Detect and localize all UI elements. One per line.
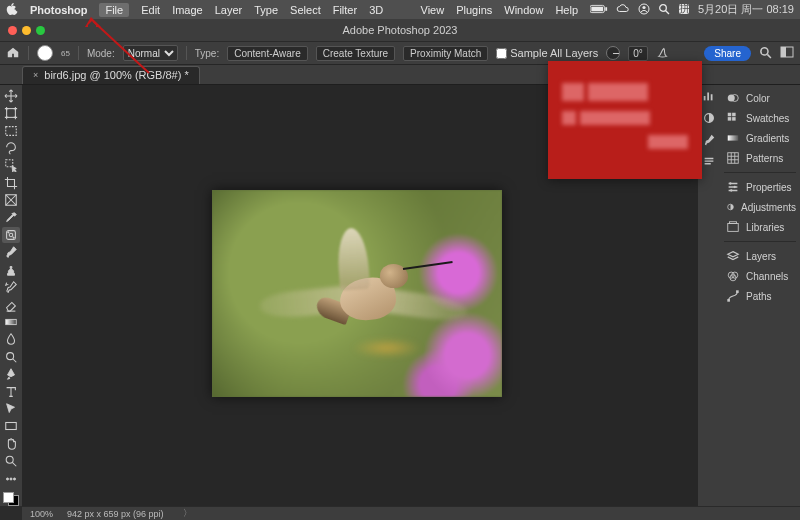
crop-tool[interactable] bbox=[2, 175, 20, 190]
svg-rect-54 bbox=[736, 290, 739, 293]
clone-stamp-tool[interactable] bbox=[2, 262, 20, 277]
path-select-tool[interactable] bbox=[2, 401, 20, 416]
lasso-tool[interactable] bbox=[2, 140, 20, 155]
angle-field[interactable]: 0° bbox=[628, 46, 648, 61]
zoom-window-button[interactable] bbox=[36, 26, 45, 35]
panel-layers[interactable]: Layers bbox=[724, 247, 796, 265]
panel-libraries[interactable]: Libraries bbox=[724, 218, 796, 236]
menu-window[interactable]: Window bbox=[504, 4, 543, 16]
angle-icon[interactable] bbox=[606, 46, 620, 60]
menu-help[interactable]: Help bbox=[555, 4, 578, 16]
red-overlay-panel bbox=[548, 61, 702, 179]
status-flyout[interactable]: 〉 bbox=[178, 507, 198, 520]
svg-rect-1 bbox=[591, 6, 603, 11]
panel-paths[interactable]: Paths bbox=[724, 287, 796, 305]
menu-plugins[interactable]: Plugins bbox=[456, 4, 492, 16]
document-tab[interactable]: × bird6.jpg @ 100% (RGB/8#) * bbox=[22, 66, 200, 84]
edit-toolbar[interactable] bbox=[2, 471, 20, 486]
rectangle-tool[interactable] bbox=[2, 419, 20, 434]
apple-menu[interactable] bbox=[6, 3, 18, 17]
panel-adjustments[interactable]: Adjustments bbox=[724, 198, 796, 216]
close-window-button[interactable] bbox=[8, 26, 17, 35]
brush-tool[interactable] bbox=[2, 245, 20, 260]
svg-point-5 bbox=[660, 4, 667, 11]
svg-text:拼: 拼 bbox=[679, 3, 690, 14]
close-tab-icon[interactable]: × bbox=[33, 70, 38, 80]
minimize-window-button[interactable] bbox=[22, 26, 31, 35]
ime-icon[interactable]: 拼 bbox=[678, 3, 690, 17]
panel-properties[interactable]: Properties bbox=[724, 178, 796, 196]
frame-tool[interactable] bbox=[2, 192, 20, 207]
svg-line-25 bbox=[13, 359, 17, 363]
panel-label: Adjustments bbox=[741, 202, 796, 213]
adjust-icon[interactable] bbox=[700, 109, 718, 127]
panel-color[interactable]: Color bbox=[724, 89, 796, 107]
paragraph-icon[interactable] bbox=[700, 153, 718, 171]
panel-label: Patterns bbox=[746, 153, 783, 164]
panel-patterns[interactable]: Patterns bbox=[724, 149, 796, 167]
menu-filter[interactable]: Filter bbox=[333, 4, 357, 16]
object-select-tool[interactable] bbox=[2, 158, 20, 173]
svg-line-10 bbox=[767, 54, 771, 58]
move-tool[interactable] bbox=[2, 88, 20, 103]
svg-point-22 bbox=[13, 237, 14, 238]
rect-marquee-tool[interactable] bbox=[2, 123, 20, 138]
zoom-tool[interactable] bbox=[2, 454, 20, 469]
artboard-tool[interactable] bbox=[2, 105, 20, 120]
menu-select[interactable]: Select bbox=[290, 4, 321, 16]
eyedropper-tool[interactable] bbox=[2, 210, 20, 225]
workspace-button[interactable] bbox=[780, 46, 794, 60]
brush-size-value[interactable]: 65 bbox=[61, 49, 70, 58]
panel-channels[interactable]: Channels bbox=[724, 267, 796, 285]
menu-layer[interactable]: Layer bbox=[215, 4, 243, 16]
foreground-background-colors[interactable] bbox=[3, 492, 19, 506]
menu-edit[interactable]: Edit bbox=[141, 4, 160, 16]
type-proximity-match-button[interactable]: Proximity Match bbox=[403, 46, 488, 61]
spotlight-icon[interactable] bbox=[658, 3, 670, 17]
menu-image[interactable]: Image bbox=[172, 4, 203, 16]
app-menu-photoshop[interactable]: Photoshop bbox=[30, 4, 87, 16]
battery-icon bbox=[590, 4, 608, 16]
history-brush-tool[interactable] bbox=[2, 279, 20, 294]
pressure-icon[interactable] bbox=[656, 45, 670, 61]
type-content-aware-button[interactable]: Content-Aware bbox=[227, 46, 308, 61]
hand-tool[interactable] bbox=[2, 436, 20, 451]
sample-all-layers-checkbox[interactable]: Sample All Layers bbox=[496, 47, 598, 59]
brush-preset-icon[interactable] bbox=[700, 131, 718, 149]
search-button[interactable] bbox=[759, 46, 772, 61]
menu-file[interactable]: File bbox=[99, 3, 129, 17]
eraser-tool[interactable] bbox=[2, 297, 20, 312]
panel-gradients[interactable]: Gradients bbox=[724, 129, 796, 147]
user-icon bbox=[638, 3, 650, 17]
share-button[interactable]: Share bbox=[704, 46, 751, 61]
spot-heal-tool[interactable] bbox=[2, 227, 20, 242]
histogram-icon[interactable] bbox=[700, 87, 718, 105]
svg-rect-2 bbox=[605, 7, 607, 11]
menu-3d[interactable]: 3D bbox=[369, 4, 383, 16]
svg-point-24 bbox=[7, 352, 14, 359]
home-button[interactable] bbox=[6, 45, 20, 61]
type-create-texture-button[interactable]: Create Texture bbox=[316, 46, 395, 61]
status-zoom[interactable]: 100% bbox=[30, 509, 53, 519]
blur-tool[interactable] bbox=[2, 332, 20, 347]
type-tool[interactable] bbox=[2, 384, 20, 399]
svg-rect-33 bbox=[707, 93, 709, 101]
menu-view[interactable]: View bbox=[421, 4, 445, 16]
window-traffic-lights[interactable] bbox=[0, 26, 45, 35]
gradient-tool[interactable] bbox=[2, 314, 20, 329]
svg-rect-41 bbox=[732, 117, 736, 121]
right-panels: ColorSwatchesGradientsPatternsProperties… bbox=[720, 85, 800, 506]
svg-point-45 bbox=[734, 186, 736, 188]
window-titlebar: Adobe Photoshop 2023 bbox=[0, 19, 800, 41]
document-canvas[interactable] bbox=[212, 190, 502, 397]
dodge-tool[interactable] bbox=[2, 349, 20, 364]
menu-type[interactable]: Type bbox=[254, 4, 278, 16]
svg-point-21 bbox=[8, 232, 9, 233]
pen-tool[interactable] bbox=[2, 367, 20, 382]
sample-all-layers-input[interactable] bbox=[496, 48, 507, 59]
panel-label: Swatches bbox=[746, 113, 789, 124]
blend-mode-select[interactable]: Normal bbox=[123, 45, 178, 61]
svg-point-31 bbox=[13, 478, 15, 480]
panel-swatches[interactable]: Swatches bbox=[724, 109, 796, 127]
brush-preview[interactable] bbox=[37, 45, 53, 61]
